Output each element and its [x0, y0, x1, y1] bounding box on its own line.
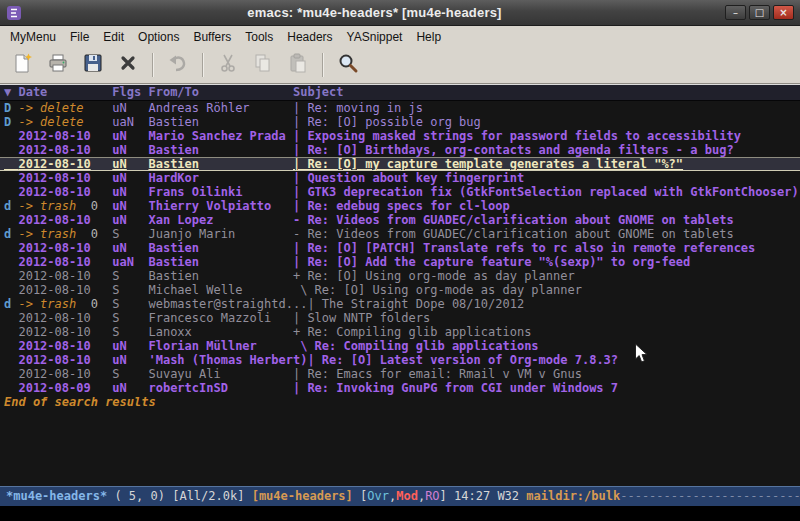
date-cell: 2012-08-10 — [18, 185, 112, 199]
date-cell: 2012-08-09 — [18, 381, 112, 395]
cut-button[interactable] — [213, 50, 243, 80]
modeline-segment: ( 5, 0) — [107, 489, 172, 503]
emacs-frame: ▼ Date Flgs From/To Subject D -> deleteu… — [0, 84, 800, 521]
message-row[interactable]: 2012-08-10SLanoxx+ Re: Compiling glib ap… — [0, 325, 800, 339]
menu-item-edit[interactable]: Edit — [96, 28, 131, 46]
new-file-button[interactable] — [8, 50, 38, 80]
menu-item-headers[interactable]: Headers — [280, 28, 339, 46]
mark-action: -> delete — [18, 115, 83, 129]
from-cell: Bastien — [148, 157, 292, 171]
modeline-segment: Ovr — [367, 489, 389, 503]
save-button[interactable] — [78, 50, 108, 80]
emacs-window: emacs: *mu4e-headers* [mu4e-headers] –□×… — [0, 0, 800, 521]
menu-item-yasnippet[interactable]: YASnippet — [340, 28, 410, 46]
message-row[interactable]: 2012-08-10uNHardKor| Question about key … — [0, 171, 800, 185]
flags-cell: uN — [112, 101, 148, 115]
from-cell: Michael Welle — [148, 283, 292, 297]
from-cell: Suvayu Ali — [148, 367, 292, 381]
message-row[interactable]: 2012-08-10uNFlorian Müllner \ Re: Compil… — [0, 339, 800, 353]
copy-button[interactable] — [248, 50, 278, 80]
print-button[interactable] — [43, 50, 73, 80]
menu-item-buffers[interactable]: Buffers — [186, 28, 238, 46]
paste-icon — [287, 52, 309, 78]
message-row[interactable]: 2012-08-10uNMario Sanchez Prada| Exposin… — [0, 129, 800, 143]
message-row[interactable]: 2012-08-10SSuvayu Ali| Re: Emacs for ema… — [0, 367, 800, 381]
mark-cell: D — [4, 101, 18, 115]
from-cell: Florian Müllner — [148, 339, 292, 353]
titlebar[interactable]: emacs: *mu4e-headers* [mu4e-headers] –□× — [0, 0, 800, 26]
message-list[interactable]: D -> deleteuNAndreas Röhler| Re: moving … — [0, 101, 800, 486]
from-cell: Bastien — [148, 241, 292, 255]
end-of-search-results: End of search results — [0, 395, 800, 409]
message-row[interactable]: 2012-08-09uNrobertcInSD| Re: Invoking Gn… — [0, 381, 800, 395]
message-row[interactable]: 2012-08-10uN'Mash (Thomas Herbert)| Re: … — [0, 353, 800, 367]
menu-item-options[interactable]: Options — [131, 28, 186, 46]
message-row[interactable]: 2012-08-10uNXan Lopez- Re: Videos from G… — [0, 213, 800, 227]
mark-cell: d — [4, 227, 18, 241]
message-row[interactable]: 2012-08-10SBastien+ Re: [O] Using org-mo… — [0, 269, 800, 283]
date-cell: 2012-08-10 — [18, 143, 112, 157]
undo-button[interactable] — [163, 50, 193, 80]
message-row[interactable]: 2012-08-10uNFrans Oilinki| GTK3 deprecat… — [0, 185, 800, 199]
from-cell: HardKor — [148, 171, 292, 185]
copy-icon — [252, 52, 274, 78]
modeline-segment: ----------------------------------------… — [620, 489, 800, 503]
message-row[interactable]: 2012-08-10uaNBastien| Re: [O] Add the ca… — [0, 255, 800, 269]
column-header-flags[interactable]: Flgs — [112, 85, 148, 100]
mark-cell — [4, 283, 18, 297]
maximize-button[interactable]: □ — [749, 5, 770, 20]
message-row[interactable]: 2012-08-10SFrancesco Mazzoli| Slow NNTP … — [0, 311, 800, 325]
modeline: *mu4e-headers* ( 5, 0) [All/2.0k] [mu4e-… — [0, 486, 800, 506]
paste-button[interactable] — [283, 50, 313, 80]
mark-cell — [4, 143, 18, 157]
from-cell: Bastien — [148, 255, 292, 269]
message-row[interactable]: d -> trash 0SJuanjo Marin- Re: Videos fr… — [0, 227, 800, 241]
from-cell: Bastien — [148, 143, 292, 157]
from-cell: Andreas Röhler — [148, 101, 292, 115]
message-row[interactable]: 2012-08-10uNBastien| Re: [O] Birthdays, … — [0, 143, 800, 157]
flags-cell: S — [112, 269, 148, 283]
window-title: emacs: *mu4e-headers* [mu4e-headers] — [24, 5, 725, 20]
date-cell: -> trash 0 — [18, 227, 112, 241]
menu-item-file[interactable]: File — [63, 28, 96, 46]
subject-cell: | Re: [O] Birthdays, org-contacts and ag… — [293, 143, 800, 157]
message-row[interactable]: 2012-08-10uNBastien| Re: [O] [PATCH] Tra… — [0, 241, 800, 255]
close-button[interactable]: × — [773, 5, 794, 20]
message-row[interactable]: d -> trash 0uNThierry Volpiatto| Re: ede… — [0, 199, 800, 213]
toolbar-separator — [322, 53, 324, 77]
date-cell: -> delete — [18, 115, 112, 129]
column-header-subject[interactable]: Subject — [293, 85, 800, 100]
menu-item-mymenu[interactable]: MyMenu — [3, 28, 63, 46]
date-cell: 2012-08-10 — [18, 367, 112, 381]
subject-cell: - Re: Videos from GUADEC/clarification a… — [293, 227, 800, 241]
menu-item-help[interactable]: Help — [409, 28, 448, 46]
message-row[interactable]: D -> deleteuaNBastien| Re: [O] possible … — [0, 115, 800, 129]
minimize-button[interactable]: – — [725, 5, 746, 20]
modeline-segment: maildir:/bulk — [526, 489, 620, 503]
subject-cell: | Re: [O] Latest version of Org-mode 7.8… — [307, 353, 800, 367]
from-cell: Xan Lopez — [148, 213, 292, 227]
date-cell: 2012-08-10 — [18, 255, 112, 269]
subject-cell: | Re: [O] Add the capture feature "%(sex… — [293, 255, 800, 269]
column-header-date[interactable]: ▼ Date — [4, 85, 112, 100]
subject-cell: | Re: [O] my capture template generates … — [293, 157, 800, 171]
subject-cell: - Re: Videos from GUADEC/clarification a… — [293, 213, 800, 227]
subject-cell: | Re: [O] possible org bug — [293, 115, 800, 129]
message-row[interactable]: 2012-08-10SMichael Welle \ Re: [O] Using… — [0, 283, 800, 297]
mark-action: -> trash — [18, 199, 76, 213]
subject-cell: | The Straight Dope 08/10/2012 — [307, 297, 800, 311]
mark-action: -> delete — [18, 101, 83, 115]
mark-cell: D — [4, 115, 18, 129]
column-header-from[interactable]: From/To — [148, 85, 292, 100]
subject-cell: | Slow NNTP folders — [293, 311, 800, 325]
flags-cell: uaN — [112, 255, 148, 269]
menubar: MyMenuFileEditOptionsBuffersToolsHeaders… — [0, 26, 800, 47]
subject-cell: | Re: Invoking GnuPG from CGI under Wind… — [293, 381, 800, 395]
subject-cell: | Question about key fingerprint — [293, 171, 800, 185]
message-row[interactable]: d -> trash 0Swebmaster@straightd...| The… — [0, 297, 800, 311]
search-button[interactable] — [333, 50, 363, 80]
menu-item-tools[interactable]: Tools — [238, 28, 280, 46]
message-row[interactable]: D -> deleteuNAndreas Röhler| Re: moving … — [0, 101, 800, 115]
message-row[interactable]: 2012-08-10uNBastien| Re: [O] my capture … — [0, 157, 800, 171]
close-buffer-button[interactable] — [113, 50, 143, 80]
